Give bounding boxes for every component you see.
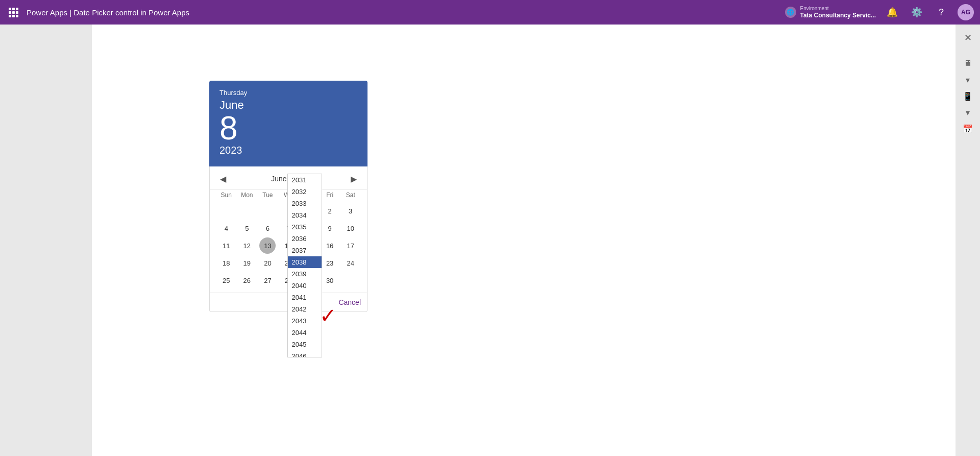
app-title: Power Apps | Date Picker control in Powe… xyxy=(27,8,785,17)
calendar-day-cell[interactable]: 11 xyxy=(218,237,234,254)
right-sidebar: ✕ 🖥 ▾ 📱 ▾ 📅 xyxy=(955,25,980,456)
main-area: Thursday June 8 2023 ◀ June 2023 2031203… xyxy=(0,25,980,456)
year-dropdown[interactable]: 2031203220332034203520362037203820392040… xyxy=(287,174,322,357)
calendar-month: June xyxy=(219,99,357,112)
weekday-label: Sun xyxy=(216,189,237,201)
calendar-date: 8 xyxy=(219,112,357,145)
calendar-day-cell[interactable]: 27 xyxy=(259,272,276,289)
topbar: Power Apps | Date Picker control in Powe… xyxy=(0,0,980,25)
weekday-label: Tue xyxy=(257,189,278,201)
calendar-header: Thursday June 8 2023 xyxy=(209,81,368,166)
year-option[interactable]: 2033 xyxy=(288,198,322,209)
calendar-nav-label: June 2023 203120322033203420352036203720… xyxy=(271,175,306,183)
year-option[interactable]: 2044 xyxy=(288,327,322,339)
calendar-day-cell[interactable]: 24 xyxy=(342,255,359,271)
calendar-day-cell[interactable]: 20 xyxy=(259,255,276,271)
year-option[interactable]: 2046 xyxy=(288,350,322,357)
help-icon[interactable]: ? xyxy=(933,4,949,20)
calendar-day-cell[interactable]: 9 xyxy=(322,220,338,236)
calendar-day-cell[interactable]: 10 xyxy=(342,220,359,236)
calendar-day-cell[interactable]: 25 xyxy=(218,272,234,289)
year-option[interactable]: 2037 xyxy=(288,245,322,256)
chevron-down-icon-2[interactable]: ▾ xyxy=(960,104,976,121)
calendar-widget: Thursday June 8 2023 ◀ June 2023 2031203… xyxy=(209,81,368,312)
calendar-day-cell xyxy=(239,203,255,219)
cancel-button[interactable]: Cancel xyxy=(338,298,361,306)
year-option[interactable]: 2042 xyxy=(288,303,322,315)
calendar-day-cell[interactable]: 13 xyxy=(259,237,276,254)
calendar-day-cell[interactable]: 4 xyxy=(218,220,234,236)
year-option[interactable]: 2038 xyxy=(288,256,322,268)
prev-month-button[interactable]: ◀ xyxy=(216,172,230,186)
topbar-right: 🌐 Environment Tata Consultancy Servic...… xyxy=(785,4,974,20)
year-option[interactable]: 2032 xyxy=(288,186,322,198)
year-option[interactable]: 2041 xyxy=(288,292,322,303)
calendar-year: 2023 xyxy=(219,145,357,156)
calendar-day-cell[interactable]: 3 xyxy=(342,203,359,219)
calendar-day-cell[interactable]: 2 xyxy=(322,203,338,219)
year-option[interactable]: 2045 xyxy=(288,339,322,350)
calendar-day-cell[interactable]: 17 xyxy=(342,237,359,254)
calendar-nav: ◀ June 2023 2031203220332034203520362037… xyxy=(209,166,368,189)
calendar-day-cell[interactable]: 16 xyxy=(322,237,338,254)
calendar-day-cell[interactable]: 5 xyxy=(239,220,255,236)
year-option[interactable]: 2039 xyxy=(288,268,322,280)
year-option[interactable]: 2040 xyxy=(288,280,322,292)
content-area: Thursday June 8 2023 ◀ June 2023 2031203… xyxy=(92,25,955,456)
environment-label: Environment xyxy=(800,6,876,12)
calendar-day-cell[interactable]: 18 xyxy=(218,255,234,271)
monitor-icon[interactable]: 🖥 xyxy=(960,55,976,71)
user-avatar[interactable]: AG xyxy=(958,4,974,20)
year-option[interactable]: 2031 xyxy=(288,174,322,186)
calendar-day-cell[interactable]: 26 xyxy=(239,272,255,289)
nav-month-label: June xyxy=(271,175,286,183)
environment-name: Tata Consultancy Servic... xyxy=(800,12,876,19)
mobile-icon[interactable]: 📱 xyxy=(960,88,976,104)
calendar-day-cell xyxy=(218,203,234,219)
environment-info[interactable]: 🌐 Environment Tata Consultancy Servic... xyxy=(785,6,876,19)
notifications-icon[interactable]: 🔔 xyxy=(884,4,900,20)
calendar-day-cell xyxy=(259,203,276,219)
weekday-label: Sat xyxy=(340,189,361,201)
calendar-day-cell[interactable]: 30 xyxy=(322,272,338,289)
calendar-day-cell xyxy=(342,272,359,289)
calendar-day-cell[interactable]: 23 xyxy=(322,255,338,271)
weekday-label: Fri xyxy=(320,189,340,201)
year-option[interactable]: 2043 xyxy=(288,315,322,327)
calendar-day-cell[interactable]: 12 xyxy=(239,237,255,254)
year-option[interactable]: 2034 xyxy=(288,209,322,221)
year-option[interactable]: 2035 xyxy=(288,221,322,233)
environment-icon: 🌐 xyxy=(785,7,796,18)
apps-icon[interactable] xyxy=(6,5,20,19)
year-dropdown-wrapper[interactable]: 2023 20312032203320342035203620372038203… xyxy=(290,175,306,183)
left-sidebar xyxy=(0,25,92,456)
right-sidebar-controls: 🖥 ▾ 📱 ▾ 📅 xyxy=(960,55,976,137)
environment-text: Environment Tata Consultancy Servic... xyxy=(800,6,876,19)
calendar-icon[interactable]: 📅 xyxy=(960,121,976,137)
calendar-day-cell[interactable]: 19 xyxy=(239,255,255,271)
next-month-button[interactable]: ▶ xyxy=(347,172,361,186)
calendar-day-cell[interactable]: 6 xyxy=(259,220,276,236)
settings-icon[interactable]: ⚙️ xyxy=(909,4,925,20)
year-option[interactable]: 2036 xyxy=(288,233,322,245)
chevron-down-icon[interactable]: ▾ xyxy=(960,71,976,88)
close-button[interactable]: ✕ xyxy=(959,29,977,47)
weekday-label: Mon xyxy=(237,189,258,201)
calendar-day: Thursday xyxy=(219,89,357,97)
